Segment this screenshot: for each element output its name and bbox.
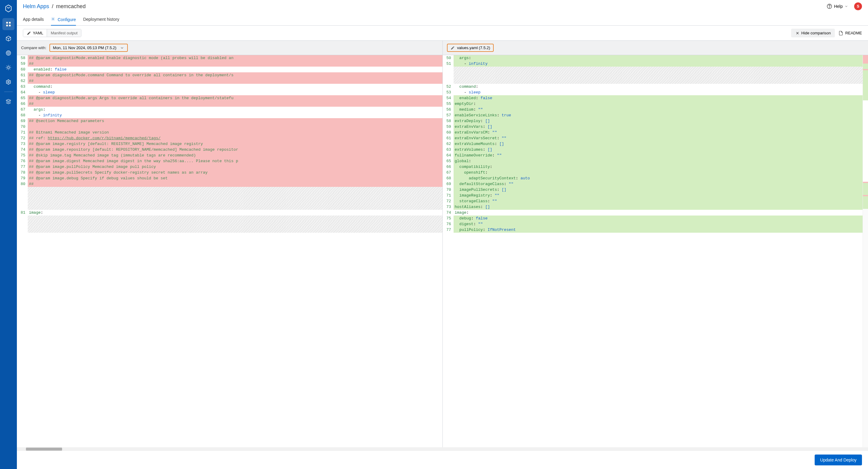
code-line: 63extraVolumes: [] [443,147,863,153]
code-line: 53 - sleep [443,90,863,95]
horizontal-scroll[interactable] [17,447,868,451]
view-segmented: YAML Manifest output [23,29,82,37]
code-line [17,221,442,227]
code-line: 70 [17,124,442,130]
chevron-down-icon [120,46,124,50]
code-line: 67 openshift: [443,170,863,176]
svg-rect-6 [6,25,8,27]
code-line [443,78,863,84]
nav-apps-icon[interactable] [2,18,14,30]
breadcrumb-root[interactable]: Helm Apps [23,3,49,9]
code-line: 67 args: [17,107,442,113]
code-line: 68 adaptSecurityContext: auto [443,176,863,181]
code-line: 68 - infinity [17,113,442,118]
chevron-down-icon [844,4,848,8]
code-line: 66 compatibility: [443,164,863,170]
code-line: 76 digest: "" [443,221,863,227]
help-label: Help [834,4,843,9]
code-line: 63 command: [17,84,442,90]
code-line: 77## @param image.pullPolicy Memcached i… [17,164,442,170]
avatar[interactable]: S [854,2,862,10]
nav-gear-icon[interactable] [2,76,14,88]
nav-cube-icon[interactable] [2,33,14,44]
nav-target-icon[interactable] [2,47,14,59]
code-line: 64 - sleep [17,90,442,95]
update-and-deploy-button[interactable]: Update And Deploy [815,455,862,465]
breadcrumb: Helm Apps / memcached [23,3,86,10]
code-line: 80## [17,181,442,187]
close-icon [795,31,800,35]
readme-label: README [845,31,862,35]
breadcrumb-current: memcached [56,3,86,9]
app-logo[interactable] [4,4,13,13]
current-file-label: values.yaml (7.5.2) [457,45,490,50]
code-line: 78## @param image.pullSecrets Specify do… [17,170,442,176]
code-line: 60 enabled: false [17,67,442,72]
file-icon [838,31,843,36]
code-line [443,72,863,78]
help-button[interactable]: Help [824,2,850,10]
sidebar-nav [0,0,17,469]
code-line: 73## @param image.registry [default: REG… [17,141,442,147]
code-line: 56 medium: "" [443,107,863,113]
svg-rect-5 [9,22,11,24]
svg-point-11 [7,67,10,69]
tab-deployment-history[interactable]: Deployment history [83,14,119,25]
code-line: 72## ref: https://hub.docker.com/r/bitna… [17,135,442,141]
code-line: 69 defaultStorageClass: "" [443,181,863,187]
tab-configure-label: Configure [58,17,76,22]
seg-yaml-label: YAML [33,31,43,35]
code-line [17,187,442,193]
code-line: 73hostAliases: [] [443,204,863,210]
nav-stack-icon[interactable] [2,96,14,107]
code-line: 59## [17,61,442,67]
code-line: 52 command: [443,84,863,90]
code-line: 54 enabled: false [443,95,863,101]
readme-button[interactable]: README [838,31,862,36]
compare-version-value: Mon, 11 Nov 2024, 05:13 PM (7.5.2) [53,45,116,50]
code-line: 58extraDeploy: [] [443,118,863,124]
code-line: 51 - infinity [443,61,863,67]
code-line: 61extraEnvVarsSecret: "" [443,135,863,141]
scroll-thumb[interactable] [26,447,62,450]
breadcrumb-sep: / [52,3,53,9]
nav-helm-icon[interactable] [2,61,14,73]
code-line: 66## [17,101,442,107]
svg-rect-4 [6,22,8,24]
code-line: 75 debug: false [443,216,863,221]
code-line: 59extraEnvVars: [] [443,124,863,130]
code-line [17,204,442,210]
code-line [17,216,442,221]
tab-configure[interactable]: Configure [51,14,76,26]
minimap-right[interactable] [863,55,868,447]
seg-yaml[interactable]: YAML [23,29,47,37]
code-line: 75## @skip image.tag Memcached image tag… [17,153,442,158]
code-line [17,198,442,204]
code-line [443,67,863,72]
gear-icon [51,17,56,22]
compare-version-selector[interactable]: Mon, 11 Nov 2024, 05:13 PM (7.5.2) [50,44,128,52]
code-line: 55emptyDir: [443,101,863,107]
code-line: 71 imageRegistry: "" [443,193,863,198]
diff-pane-left[interactable]: 58## @param diagnosticMode.enabled Enabl… [17,55,442,447]
pencil-icon [27,31,31,35]
tabs: App details Configure Deployment history [17,14,868,26]
code-line: 60extraEnvVarsCM: "" [443,130,863,135]
svg-point-15 [53,19,54,20]
hide-comparison-label: Hide comparison [801,31,831,35]
code-line: 65global: [443,158,863,164]
code-line: 61## @param diagnosticMode.command Comma… [17,72,442,78]
code-line [17,227,442,233]
code-line: 50 args: [443,55,863,61]
svg-rect-7 [9,25,11,27]
diff-pane-right[interactable]: 50 args:51 - infinity 52 command:53 - sl… [442,55,868,447]
tab-app-details[interactable]: App details [23,14,44,25]
code-line: 74## @param image.repository [default: R… [17,147,442,153]
code-line: 58## @param diagnosticMode.enabled Enabl… [17,55,442,61]
code-line: 71## Bitnami Memcached image version [17,130,442,135]
nav-divider [4,92,13,92]
code-line: 57enableServiceLinks: true [443,113,863,118]
seg-manifest[interactable]: Manifest output [47,29,81,37]
code-line: 62## [17,78,442,84]
hide-comparison-button[interactable]: Hide comparison [791,29,835,37]
